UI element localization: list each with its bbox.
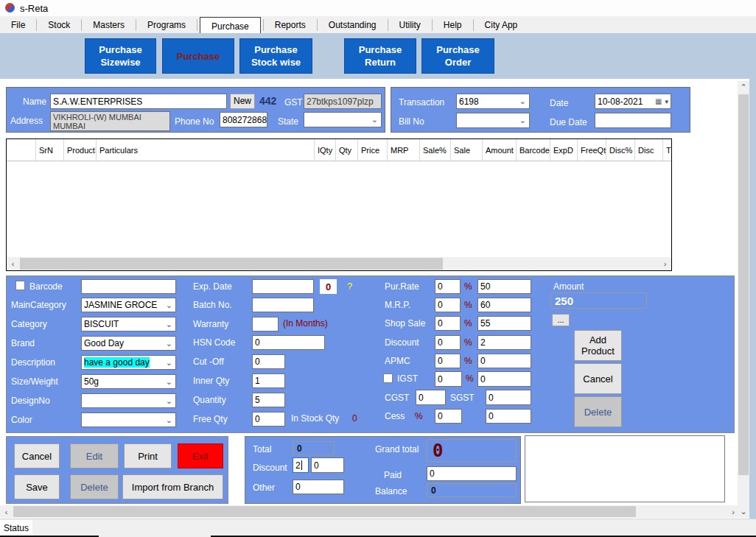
barcode-input[interactable] (81, 279, 176, 294)
more-button[interactable]: ... (552, 314, 570, 326)
chevron-down-icon: ⌄ (267, 116, 267, 124)
grid-col-qty[interactable]: Qty (336, 139, 358, 161)
scroll-left-icon[interactable]: ‹ (7, 257, 19, 270)
purchase-order-button[interactable]: Purchase Order (421, 38, 494, 74)
print-button[interactable]: Print (124, 443, 172, 468)
status-tab[interactable]: Status (0, 520, 32, 536)
chevron-down-icon: ⌄ (166, 397, 175, 405)
scroll-right-icon[interactable]: › (659, 257, 671, 270)
shopsale-input[interactable]: 55 (477, 316, 531, 331)
help-icon[interactable]: ? (347, 281, 352, 292)
exit-button[interactable]: Exit (178, 443, 223, 468)
maincategory-combo[interactable]: JASMINE GROCE ⌄ (81, 298, 176, 312)
sizeweight-combo[interactable]: 50g ⌄ (81, 374, 176, 389)
scroll-right-icon[interactable]: › (727, 505, 740, 518)
menu-programs[interactable]: Programs (136, 16, 197, 33)
purchase-return-button[interactable]: Purchase Return (344, 38, 416, 74)
menu-help[interactable]: Help (433, 16, 473, 33)
menu-reports[interactable]: Reports (264, 16, 317, 33)
date-picker[interactable]: 10-08-2021 ▦ ▾ (595, 94, 671, 109)
horizontal-scrollbar[interactable]: ‹ › (0, 505, 740, 518)
grid-col-srno[interactable]: SrN (36, 139, 64, 161)
grid-col-price[interactable]: Price (358, 139, 388, 161)
menu-masters[interactable]: Masters (82, 16, 136, 33)
grid-col-particulars[interactable]: Particulars (97, 139, 315, 161)
cess-pct-input[interactable]: 0 (435, 409, 462, 424)
grid-col-barcode[interactable]: Barcode (517, 139, 550, 161)
grid-col-discpct[interactable]: Disc% (606, 139, 635, 161)
name-input[interactable]: S.A.W.ENTERPRISES (50, 94, 227, 109)
grid-col-mrp[interactable]: MRP (388, 139, 420, 161)
scroll-left-icon[interactable]: ‹ (0, 505, 13, 518)
other-input[interactable]: 0 (293, 480, 344, 494)
duedate-input[interactable] (595, 113, 671, 128)
cutoff-input[interactable]: 0 (252, 354, 285, 369)
grid-col-sale[interactable]: Sale (451, 139, 483, 161)
designno-combo[interactable]: ⌄ (81, 393, 176, 408)
grid-hscrollbar[interactable]: ‹ › (7, 257, 671, 270)
expdate-input[interactable] (252, 279, 314, 294)
add-product-button[interactable]: Add Product (574, 330, 622, 361)
menu-bar: File Stock Masters Programs Purchase Rep… (0, 16, 756, 33)
warranty-input[interactable] (252, 317, 279, 331)
mrp-input[interactable]: 60 (477, 298, 531, 312)
purrate-input[interactable]: 50 (477, 279, 531, 294)
igst-pct-input[interactable]: 0 (435, 371, 462, 387)
hsncode-input[interactable]: 0 (252, 335, 325, 350)
grid-hscrollbar-thumb[interactable] (20, 258, 443, 270)
purchase-button[interactable]: Purchase (162, 38, 234, 74)
barcode-checkbox[interactable] (15, 281, 25, 290)
cgst-input[interactable]: 0 (416, 390, 446, 405)
sgst-input[interactable]: 0 (486, 390, 531, 405)
discount-total-input[interactable]: 0 (311, 457, 344, 473)
description-combo[interactable]: have a good day ⌄ (81, 355, 176, 370)
new-button[interactable]: New (230, 94, 255, 109)
quantity-input[interactable]: 5 (252, 393, 285, 407)
grid-col-freeqt[interactable]: FreeQt (578, 139, 606, 161)
discount-pct-input[interactable]: 0 (435, 335, 461, 350)
menu-file[interactable]: File (0, 16, 36, 33)
menu-stock[interactable]: Stock (37, 16, 81, 33)
save-button[interactable]: Save (14, 474, 60, 499)
innerqty-input[interactable]: 1 (252, 373, 285, 388)
grid-col-disc[interactable]: Disc (635, 139, 663, 161)
billno-combo[interactable]: ⌄ (456, 113, 530, 128)
vertical-scrollbar[interactable]: ⌃ ⌄ (738, 81, 749, 518)
horizontal-scrollbar-thumb[interactable] (13, 506, 636, 517)
grid-col-iqty[interactable]: IQty (315, 139, 336, 161)
brand-combo[interactable]: Good Day ⌄ (81, 336, 176, 351)
grid-col-salepct[interactable]: Sale% (420, 139, 451, 161)
transaction-combo[interactable]: 6198 ⌄ (456, 94, 530, 109)
menu-outstanding[interactable]: Outstanding (318, 16, 388, 33)
purchase-sizewise-button[interactable]: Purchase Sizewise (85, 38, 156, 74)
grid-col-t[interactable]: T (663, 139, 671, 161)
grid-col-amount[interactable]: Amount (483, 139, 517, 161)
igst-input[interactable]: 0 (477, 371, 531, 387)
grid-col-productid[interactable]: ProductI (64, 139, 97, 161)
scroll-up-icon[interactable]: ⌃ (738, 81, 749, 94)
discount-pct-total-input[interactable]: 2 (293, 457, 309, 473)
apmc-input[interactable]: 0 (477, 354, 531, 368)
igst-checkbox[interactable] (383, 373, 393, 383)
import-from-branch-button[interactable]: Import from Branch (122, 474, 223, 499)
discount-input[interactable]: 2 (477, 335, 531, 350)
color-combo[interactable]: ⌄ (81, 413, 176, 427)
apmc-pct-input[interactable]: 0 (435, 354, 461, 368)
vertical-scrollbar-thumb[interactable] (738, 94, 749, 475)
shopsale-pct-input[interactable]: 0 (435, 316, 461, 331)
menu-utility[interactable]: Utility (388, 16, 432, 33)
cess-input[interactable]: 0 (486, 409, 531, 424)
paid-input[interactable]: 0 (427, 466, 517, 481)
cancel-button[interactable]: Cancel (14, 443, 60, 468)
purchase-stockwise-button[interactable]: Purchase Stock wise (239, 38, 312, 74)
side-listbox[interactable] (525, 435, 725, 502)
freeqty-input[interactable]: 0 (252, 412, 285, 427)
amount-value: 250 (550, 292, 647, 309)
mrp-pct-input[interactable]: 0 (435, 298, 461, 312)
cancel-product-button[interactable]: Cancel (574, 363, 622, 394)
purrate-pct-input[interactable]: 0 (435, 279, 461, 294)
grid-col-expd[interactable]: ExpD (550, 139, 578, 161)
batchno-input[interactable] (252, 298, 314, 312)
menu-city-app[interactable]: City App (474, 16, 529, 33)
category-combo[interactable]: BISCUIT ⌄ (81, 317, 176, 331)
